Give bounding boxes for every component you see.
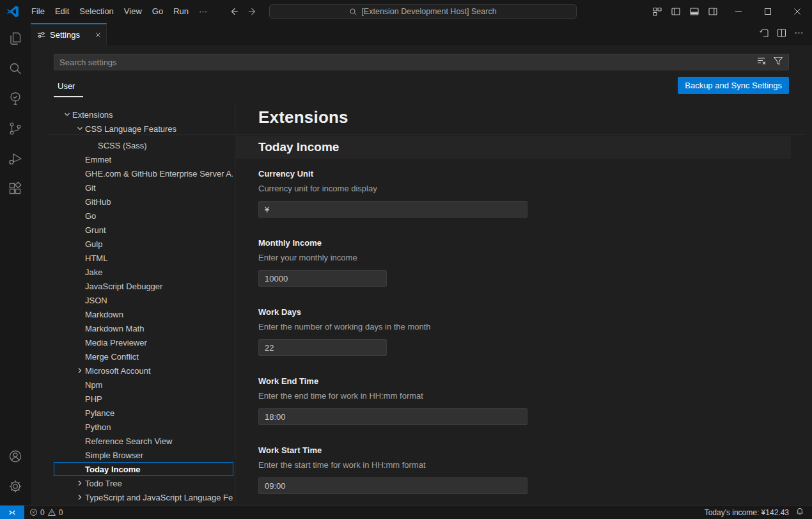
toc-item-label: Markdown (85, 310, 123, 319)
setting-text-input[interactable] (259, 412, 527, 422)
toc-item-emmet[interactable]: Emmet (54, 152, 233, 166)
toc-item-label: GitHub (85, 197, 111, 207)
setting-input-box (258, 408, 527, 425)
toc-item-npm[interactable]: Npm (54, 378, 233, 392)
toc-item-label: Media Previewer (85, 338, 147, 347)
toc-item-python[interactable]: Python (54, 420, 233, 434)
chevron-down-icon[interactable] (75, 125, 85, 132)
toc-item-typescript-and-javascript-language-fe[interactable]: TypeScript and JavaScript Language Fe... (54, 490, 233, 504)
toc-item-today-income[interactable]: Today Income (54, 462, 233, 476)
setting-text-input[interactable] (259, 481, 527, 491)
explorer-icon[interactable] (0, 23, 31, 53)
toc-item-php[interactable]: PHP (54, 392, 233, 406)
settings-editor: User Backup and Sync Settings Extensions… (31, 45, 812, 505)
split-editor-icon[interactable] (776, 28, 787, 41)
close-window-button[interactable] (783, 0, 812, 23)
maximize-button[interactable] (753, 0, 783, 23)
menu-edit[interactable]: Edit (50, 0, 74, 23)
open-settings-json-icon[interactable] (759, 28, 770, 41)
warning-icon (47, 508, 56, 516)
source-control-icon[interactable] (0, 113, 31, 143)
settings-search-input[interactable] (54, 58, 756, 67)
filter-icon[interactable] (773, 56, 783, 68)
menu-file[interactable]: File (26, 0, 50, 23)
setting-label: Currency Unit (258, 169, 791, 180)
toggle-secondary-sidebar-icon[interactable] (708, 6, 718, 17)
extensions-icon[interactable] (0, 173, 31, 204)
command-center-search[interactable]: [Extension Development Host] Search (269, 4, 577, 19)
toc-item-ghe-com-github-enterprise-server-a[interactable]: GHE.com & GitHub Enterprise Server A... (54, 166, 233, 180)
settings-pane: Extensions Today Income Currency UnitCur… (236, 102, 812, 505)
more-actions-icon[interactable] (793, 28, 804, 41)
toc-rows: SCSS (Sass)EmmetGHE.com & GitHub Enterpr… (54, 138, 233, 505)
toc-item-jake[interactable]: Jake (54, 265, 233, 279)
setting-input-box (258, 339, 387, 356)
toc-item-json[interactable]: JSON (54, 293, 233, 307)
toc-item-gulp[interactable]: Gulp (54, 237, 233, 251)
setting-text-input[interactable] (259, 343, 386, 353)
remote-indicator-button[interactable] (0, 506, 24, 519)
clear-settings-search-filters-icon[interactable] (756, 56, 767, 68)
toc-item-git[interactable]: Git (54, 180, 233, 195)
toc-item-scss-sass[interactable]: SCSS (Sass) (54, 138, 233, 152)
menu-view[interactable]: View (119, 0, 147, 23)
command-center-label: [Extension Development Host] Search (361, 7, 496, 16)
go-back-button[interactable] (229, 6, 239, 17)
toc-item-pylance[interactable]: Pylance (54, 406, 233, 420)
backup-and-sync-settings-button[interactable]: Backup and Sync Settings (678, 77, 789, 94)
toggle-primary-sidebar-icon[interactable] (671, 6, 681, 17)
notifications-bell-icon[interactable] (795, 507, 804, 518)
toc-item-css-language-features[interactable]: CSS Language Features (54, 122, 233, 136)
setting-label: Monthly Income (258, 238, 791, 250)
problems-status[interactable]: 0 0 (24, 508, 68, 517)
toc-item-media-previewer[interactable]: Media Previewer (54, 335, 233, 349)
menubar-more-button[interactable]: ··· (194, 0, 212, 23)
toc-item-markdown[interactable]: Markdown (54, 307, 233, 321)
run-and-debug-icon[interactable] (0, 143, 31, 173)
menu-selection[interactable]: Selection (74, 0, 118, 23)
toc-item-label: JSON (85, 296, 107, 305)
toc-item-label: Extensions (72, 110, 113, 120)
toc-item-microsoft-account[interactable]: Microsoft Account (54, 363, 233, 378)
setting-input-box (258, 201, 527, 218)
chevron-right-icon[interactable] (75, 479, 85, 487)
setting-input-box (258, 270, 387, 287)
settings-search-box (54, 54, 789, 70)
toc-item-markdown-math[interactable]: Markdown Math (54, 321, 233, 335)
go-forward-button[interactable] (247, 6, 258, 17)
toc-item-go[interactable]: Go (54, 209, 233, 223)
toc-item-grunt[interactable]: Grunt (54, 223, 233, 237)
tab-user-scope[interactable]: User (58, 81, 75, 91)
chevron-down-icon[interactable] (62, 111, 72, 118)
toc-item-javascript-debugger[interactable]: JavaScript Debugger (54, 279, 233, 293)
search-view-icon[interactable] (0, 53, 31, 83)
tab-label: Settings (50, 30, 90, 40)
todo-tree-icon[interactable] (0, 83, 31, 113)
manage-gear-icon[interactable] (0, 471, 31, 501)
toc-item-github[interactable]: GitHub (54, 195, 233, 209)
error-count: 0 (40, 508, 45, 517)
close-tab-icon[interactable] (94, 31, 102, 39)
setting-text-input[interactable] (259, 274, 386, 283)
chevron-right-icon[interactable] (75, 367, 85, 374)
toc-item-simple-browser[interactable]: Simple Browser (54, 448, 233, 462)
setting-item-work-start-time: Work Start TimeEnter the start time for … (258, 445, 791, 494)
accounts-icon[interactable] (0, 441, 31, 471)
toc-item-extensions[interactable]: Extensions (54, 108, 233, 122)
menu-go[interactable]: Go (147, 0, 168, 23)
toc-item-label: Gulp (85, 239, 102, 249)
customize-layout-icon[interactable] (652, 6, 662, 17)
chevron-right-icon[interactable] (75, 493, 85, 501)
setting-text-input[interactable] (259, 205, 527, 214)
menu-run[interactable]: Run (168, 0, 194, 23)
today-income-status[interactable]: Today's income: ¥142.43 (705, 508, 789, 517)
toc-item-reference-search-view[interactable]: Reference Search View (54, 434, 233, 448)
toc-item-todo-tree[interactable]: Todo Tree (54, 476, 233, 490)
toc-item-label: Today Income (85, 465, 140, 474)
setting-item-currency-unit: Currency UnitCurrency unit for income di… (258, 169, 791, 218)
tab-settings[interactable]: Settings (31, 23, 107, 45)
toggle-panel-icon[interactable] (689, 6, 699, 17)
toc-item-merge-conflict[interactable]: Merge Conflict (54, 349, 233, 363)
toc-item-html[interactable]: HTML (54, 251, 233, 265)
minimize-button[interactable] (724, 0, 753, 23)
